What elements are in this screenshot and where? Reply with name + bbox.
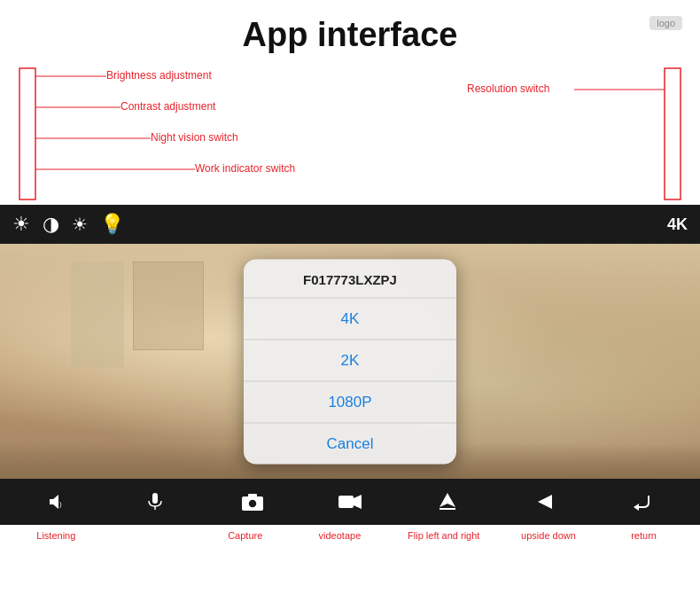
svg-rect-13	[152, 493, 158, 504]
bottom-labels: Listening Capture videotape Flip left an…	[0, 525, 700, 541]
popup-title: F017773LXZPJ	[244, 259, 456, 298]
annotation-svg	[0, 63, 700, 205]
label-upside-down: upside down	[521, 530, 576, 541]
brightness-icon[interactable]: ☀	[12, 213, 30, 236]
page-title: App interface	[0, 0, 700, 63]
label-capture: Capture	[219, 530, 272, 541]
contrast-icon[interactable]: ◑	[43, 213, 59, 236]
resolution-label: Resolution switch	[467, 82, 549, 95]
arrow-right-icon	[532, 488, 558, 515]
svg-rect-18	[248, 494, 257, 497]
flip-icon	[434, 488, 461, 515]
upside-down-button[interactable]	[532, 488, 558, 515]
speaker-icon: )	[44, 488, 71, 515]
toolbar-icons-left: ☀ ◑ ☀ 💡	[12, 213, 124, 236]
return-icon	[629, 488, 656, 515]
label-videotape: videotape	[313, 530, 366, 541]
popup-option-4k[interactable]: 4K	[244, 298, 456, 340]
microphone-icon	[142, 488, 168, 515]
label-return: return	[618, 530, 671, 541]
svg-rect-9	[665, 68, 681, 199]
svg-marker-20	[354, 495, 362, 509]
label-flip: Flip left and right	[408, 530, 479, 541]
popup-option-2k[interactable]: 2K	[244, 340, 456, 381]
label-empty	[124, 530, 177, 541]
resolution-badge[interactable]: 4K	[667, 215, 688, 234]
logo: logo	[649, 16, 682, 30]
flip-button[interactable]	[434, 488, 461, 515]
svg-rect-19	[338, 496, 354, 508]
listen-button[interactable]: )	[44, 488, 71, 515]
night-vision-icon[interactable]: ☀	[72, 214, 88, 235]
camera-icon	[239, 488, 266, 515]
svg-marker-24	[634, 504, 639, 511]
svg-text:): )	[59, 500, 62, 508]
brightness-label: Brightness adjustment	[106, 69, 212, 82]
night-vision-label: Night vision switch	[151, 131, 238, 144]
svg-marker-11	[50, 495, 58, 509]
return-button[interactable]	[629, 488, 656, 515]
svg-point-17	[250, 501, 255, 506]
svg-rect-0	[19, 68, 35, 199]
camera-toolbar-top: ☀ ◑ ☀ 💡 4K	[0, 205, 700, 244]
microphone-button[interactable]	[142, 488, 168, 515]
work-indicator-label: Work indicator switch	[195, 162, 295, 175]
resolution-popup: F017773LXZPJ 4K 2K 1080P Cancel	[244, 259, 456, 464]
capture-button[interactable]	[239, 488, 266, 515]
camera-view: F017773LXZPJ 4K 2K 1080P Cancel	[0, 244, 700, 479]
label-listening: Listening	[29, 530, 82, 541]
contrast-label: Contrast adjustment	[121, 100, 215, 113]
camera-toolbar-bottom: )	[0, 479, 700, 525]
svg-marker-21	[439, 493, 455, 507]
video-button[interactable]	[337, 488, 363, 515]
popup-cancel[interactable]: Cancel	[244, 423, 456, 464]
popup-option-1080p[interactable]: 1080P	[244, 381, 456, 423]
svg-marker-23	[538, 495, 552, 509]
video-icon	[337, 488, 363, 515]
work-indicator-icon[interactable]: 💡	[100, 213, 124, 236]
